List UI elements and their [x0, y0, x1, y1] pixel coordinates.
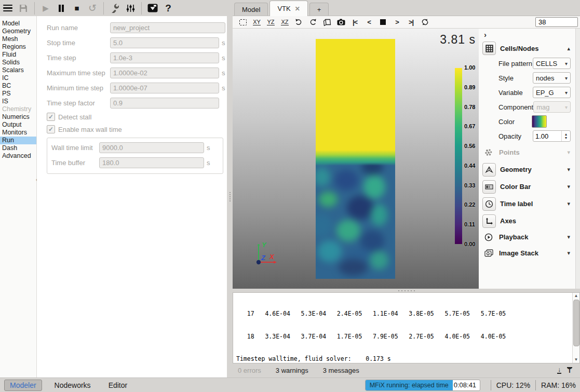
build-button[interactable]: [107, 2, 123, 15]
time-buffer-input[interactable]: [99, 157, 204, 168]
collapse-arrow-icon[interactable]: ▾: [567, 149, 570, 156]
view-yz-button[interactable]: YZ: [264, 17, 278, 28]
rotate-right-button[interactable]: [306, 17, 320, 28]
vertical-splitter[interactable]: [227, 16, 233, 377]
clock-icon[interactable]: [482, 197, 496, 211]
sidebar-item-scalars[interactable]: Scalars: [0, 66, 36, 74]
min-time-step-input[interactable]: [110, 83, 219, 93]
last-frame-button[interactable]: >|: [404, 17, 418, 28]
section-color-bar[interactable]: Color Bar ▾: [479, 178, 575, 195]
geometry-icon[interactable]: [482, 163, 496, 177]
screenshot-button[interactable]: [334, 17, 348, 28]
menu-button[interactable]: [0, 2, 16, 15]
reset-button[interactable]: ↺: [85, 2, 100, 15]
sidebar-item-solids[interactable]: Solids: [0, 59, 36, 66]
sidebar-item-output[interactable]: Output: [0, 121, 36, 129]
next-frame-button[interactable]: >: [390, 17, 404, 28]
scroll-up-icon[interactable]: ▲: [574, 293, 578, 299]
stop-button[interactable]: ■: [69, 2, 85, 15]
tab-vtk[interactable]: VTK ✕: [269, 1, 307, 16]
save-button[interactable]: [16, 2, 31, 15]
play-stop-button[interactable]: [376, 17, 390, 28]
collapse-arrow-icon[interactable]: ▾: [567, 183, 570, 190]
time-step-factor-input[interactable]: [110, 98, 219, 109]
colormap-swatch-button[interactable]: [532, 115, 547, 128]
collapse-arrow-icon[interactable]: ▾: [567, 200, 570, 207]
detect-stall-checkbox[interactable]: ✓: [47, 113, 55, 121]
collapse-arrow-icon[interactable]: ▾: [567, 234, 570, 240]
opacity-input[interactable]: [533, 131, 561, 141]
collapse-arrow-icon[interactable]: ▾: [567, 250, 570, 256]
sidebar-item-ic[interactable]: IC: [0, 74, 36, 82]
sidebar-item-numerics[interactable]: Numerics: [0, 113, 36, 121]
tab-modeler[interactable]: Modeler: [4, 380, 42, 391]
view-xy-button[interactable]: XY: [250, 17, 264, 28]
variable-select[interactable]: EP_G ▾: [533, 87, 571, 98]
submit-queue-button[interactable]: [145, 2, 160, 15]
sidebar-item-model[interactable]: Model: [0, 20, 36, 28]
max-time-step-input[interactable]: [110, 67, 219, 78]
style-select[interactable]: nodes ▾: [533, 72, 571, 84]
collapse-arrow-icon[interactable]: ▴: [567, 45, 570, 52]
sidebar-item-ps[interactable]: PS: [0, 90, 36, 98]
prev-frame-button[interactable]: <: [362, 17, 376, 28]
sidebar-item-advanced[interactable]: Advanced: [0, 152, 36, 160]
stop-time-input[interactable]: [110, 37, 219, 48]
sidebar-item-fluid[interactable]: Fluid: [0, 51, 36, 59]
panel-collapse-button[interactable]: ›: [484, 30, 491, 40]
spinner-buttons[interactable]: ▴ ▾: [561, 131, 570, 141]
scroll-to-bottom-button[interactable]: ↓: [554, 367, 564, 374]
scroll-down-icon[interactable]: ▼: [574, 357, 578, 363]
component-select[interactable]: mag ▾: [533, 101, 571, 113]
tab-nodeworks[interactable]: Nodeworks: [49, 380, 96, 390]
sidebar-item-monitors[interactable]: Monitors: [0, 129, 36, 137]
view-xz-button[interactable]: XZ: [278, 17, 292, 28]
sidebar-item-mesh[interactable]: Mesh: [0, 35, 36, 43]
sidebar-item-dash[interactable]: Dash: [0, 144, 36, 152]
message-count[interactable]: 3 messages: [323, 367, 359, 374]
reset-view-button[interactable]: [236, 17, 250, 28]
section-playback[interactable]: Playback ▾: [479, 229, 575, 245]
file-pattern-select[interactable]: CELLS ▾: [533, 58, 571, 69]
rotate-left-button[interactable]: [292, 17, 306, 28]
spin-down-icon[interactable]: ▾: [565, 136, 567, 140]
tab-editor[interactable]: Editor: [103, 380, 133, 390]
section-geometry[interactable]: Geometry ▾: [479, 161, 575, 178]
axes-icon[interactable]: [482, 214, 496, 228]
panel-scrollbar[interactable]: [575, 29, 580, 289]
sidebar-item-geometry[interactable]: Geometry: [0, 28, 36, 35]
sidebar-item-is[interactable]: IS: [0, 98, 36, 105]
vtk-render-view[interactable]: 3.81 s: [233, 29, 479, 289]
close-tab-icon[interactable]: ✕: [295, 5, 300, 12]
time-step-input[interactable]: [110, 52, 219, 63]
help-button[interactable]: ?: [160, 2, 176, 15]
settings-button[interactable]: [123, 2, 138, 15]
section-image-stack[interactable]: Image Stack ▾: [479, 245, 575, 261]
horizontal-splitter[interactable]: [233, 289, 580, 292]
collapse-arrow-icon[interactable]: ▾: [567, 166, 570, 173]
color-bar-icon[interactable]: [482, 180, 496, 194]
section-time-label[interactable]: Time label ▾: [479, 195, 575, 212]
enable-max-wall-time-checkbox[interactable]: ✓: [47, 125, 55, 133]
run-button[interactable]: ▶: [38, 2, 53, 15]
perspective-button[interactable]: [320, 17, 334, 28]
terminal-scrollbar[interactable]: ▲ ▼: [572, 293, 579, 363]
scrollbar-thumb[interactable]: [573, 300, 579, 346]
tab-model[interactable]: Model: [234, 3, 268, 16]
scroll-to-top-button[interactable]: T: [564, 367, 575, 374]
run-name-input[interactable]: [110, 22, 225, 33]
first-frame-button[interactable]: |<: [348, 17, 362, 28]
section-points[interactable]: Points ▾: [479, 143, 575, 161]
warning-count[interactable]: 3 warnings: [276, 367, 308, 374]
repeat-button[interactable]: [418, 17, 432, 28]
sidebar-item-chemistry[interactable]: Chemistry: [0, 105, 36, 113]
error-count[interactable]: 0 errors: [238, 367, 261, 374]
sidebar-item-bc[interactable]: BC: [0, 82, 36, 90]
section-cells-nodes[interactable]: Cells/Nodes ▴: [479, 40, 575, 56]
frame-number-input[interactable]: [535, 17, 578, 27]
pause-button[interactable]: [53, 2, 69, 15]
wall-time-limit-input[interactable]: [99, 142, 204, 153]
opacity-spinner[interactable]: ▴ ▾: [533, 130, 571, 142]
sidebar-item-regions[interactable]: Regions: [0, 43, 36, 51]
tab-add[interactable]: +: [309, 3, 329, 16]
